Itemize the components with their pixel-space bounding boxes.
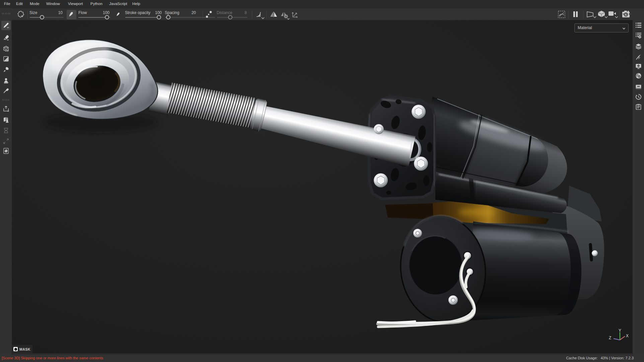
svg-text:X: X <box>626 334 629 338</box>
svg-text:Z: Z <box>609 336 611 340</box>
svg-text:Y: Y <box>619 328 621 333</box>
